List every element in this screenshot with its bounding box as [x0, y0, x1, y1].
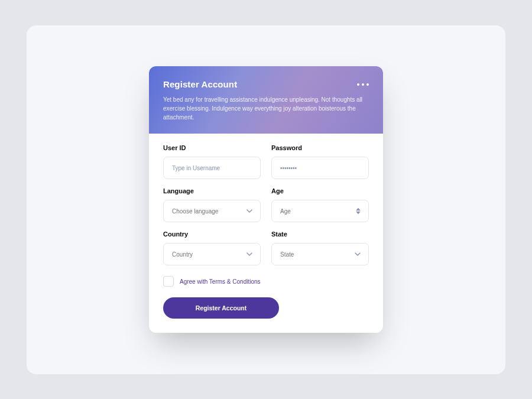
state-select[interactable] [271, 243, 369, 265]
password-group: Password [271, 144, 369, 179]
card-body: User ID Password Language [149, 134, 383, 333]
userid-input[interactable] [163, 157, 261, 179]
password-input[interactable] [271, 157, 369, 179]
terms-label: Agree with Terms & Conditions [180, 278, 261, 285]
card-description: Yet bed any for travelling assistance in… [163, 95, 369, 122]
card-title: Register Account [163, 79, 237, 89]
card-header: Register Account Yet bed any for travell… [149, 66, 383, 134]
state-select-wrapper [271, 243, 369, 265]
header-top: Register Account [163, 79, 369, 89]
age-stepper[interactable] [271, 200, 369, 222]
more-menu-icon[interactable] [357, 83, 369, 86]
password-label: Password [271, 144, 369, 151]
outer-panel: Register Account Yet bed any for travell… [27, 25, 505, 374]
terms-row: Agree with Terms & Conditions [163, 276, 369, 287]
form-row-1: User ID Password [163, 144, 369, 179]
country-group: Country [163, 231, 261, 265]
userid-group: User ID [163, 144, 261, 179]
age-group: Age [271, 187, 369, 222]
language-group: Language [163, 187, 261, 222]
language-select-wrapper [163, 200, 261, 222]
language-label: Language [163, 187, 261, 194]
state-label: State [271, 231, 369, 238]
terms-checkbox[interactable] [163, 276, 174, 287]
country-label: Country [163, 231, 261, 238]
form-row-3: Country State [163, 231, 369, 265]
age-label: Age [271, 187, 369, 194]
register-button[interactable]: Register Account [163, 297, 279, 319]
country-select-wrapper [163, 243, 261, 265]
language-select[interactable] [163, 200, 261, 222]
register-card: Register Account Yet bed any for travell… [149, 66, 383, 333]
country-select[interactable] [163, 243, 261, 265]
userid-label: User ID [163, 144, 261, 151]
form-row-2: Language Age [163, 187, 369, 222]
age-stepper-wrapper [271, 200, 369, 222]
state-group: State [271, 231, 369, 265]
